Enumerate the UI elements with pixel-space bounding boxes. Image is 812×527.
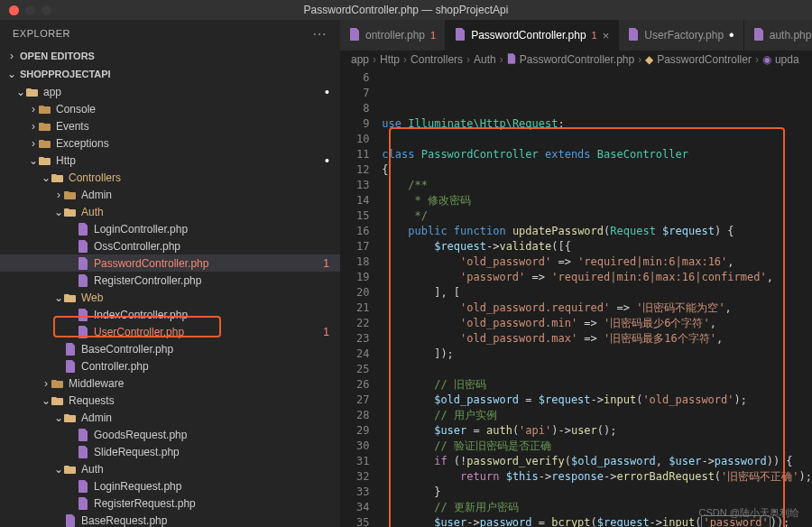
chevron-right-icon: ›: [7, 50, 16, 62]
code-line[interactable]: 'old_password.min' => '旧密码最少6个字符',: [382, 316, 812, 331]
tree-item[interactable]: ⌄Requests: [0, 392, 340, 409]
code-line[interactable]: class PasswordController extends BaseCon…: [382, 147, 812, 162]
breadcrumb-item[interactable]: upda: [775, 53, 799, 66]
editor-tab[interactable]: PasswordController.php1×: [446, 20, 619, 51]
error-count: 1: [323, 326, 329, 338]
tree-item[interactable]: ⌄Web: [0, 289, 340, 306]
code-line[interactable]: if (!password_verify($old_password, $use…: [382, 454, 812, 469]
tree-item[interactable]: ⌄app•: [0, 83, 340, 100]
tree-item-label: Requests: [69, 394, 115, 407]
tree-item[interactable]: GoodsRequest.php: [0, 426, 340, 443]
tree-item[interactable]: Controller.php: [0, 357, 340, 374]
breadcrumb-item[interactable]: Auth: [474, 53, 496, 66]
php-icon: [76, 445, 90, 459]
tree-item-label: Controllers: [69, 171, 121, 184]
folder-open-icon: [63, 205, 78, 219]
code-line[interactable]: // 用户实例: [382, 408, 812, 423]
tree-item[interactable]: ›Events: [0, 117, 340, 134]
tree-item[interactable]: ⌄Auth: [0, 203, 340, 220]
more-actions-icon[interactable]: ⋯: [312, 25, 328, 42]
code-line[interactable]: {: [382, 162, 812, 178]
code-line[interactable]: use Illuminate\Http\Request;: [382, 116, 812, 132]
project-section[interactable]: ⌄ SHOPPROJECTAPI: [0, 65, 340, 83]
code-line[interactable]: [382, 362, 812, 377]
line-number: 29: [340, 423, 369, 439]
code-line[interactable]: // 验证旧密码是否正确: [382, 439, 812, 454]
php-icon: [76, 496, 90, 511]
code-line[interactable]: $user = auth('api')->user();: [382, 423, 812, 439]
php-icon: [455, 28, 466, 43]
breadcrumb-item[interactable]: app: [351, 53, 369, 66]
breadcrumb-item[interactable]: Http: [380, 53, 400, 66]
line-number: 12: [340, 162, 369, 178]
tree-item[interactable]: ⌄Auth: [0, 460, 340, 477]
code-line[interactable]: ]);: [382, 347, 812, 362]
open-editors-section[interactable]: › OPEN EDITORS: [0, 47, 340, 65]
breadcrumb-item[interactable]: Controllers: [411, 53, 463, 66]
tree-item[interactable]: ⌄Controllers: [0, 169, 340, 186]
close-icon[interactable]: ×: [603, 29, 610, 42]
line-number: 24: [340, 347, 369, 362]
tree-item[interactable]: ›Console: [0, 100, 340, 117]
tree-item[interactable]: ›Middleware: [0, 374, 340, 392]
editor-tab[interactable]: ontroller.php1: [340, 20, 446, 51]
tree-item[interactable]: LoginController.php: [0, 220, 340, 237]
line-number: 13: [340, 178, 369, 193]
tree-item[interactable]: IndexController.php: [0, 306, 340, 323]
tree-item[interactable]: RegisterController.php: [0, 272, 340, 289]
code-line[interactable]: public function updatePassword(Request $…: [382, 224, 812, 239]
tree-item[interactable]: BaseRequest.php: [0, 512, 340, 527]
chevron-right-icon: ›: [54, 189, 63, 201]
modified-dot-icon: •: [729, 27, 734, 43]
editor-tab[interactable]: auth.php: [744, 20, 812, 51]
breadcrumb-item[interactable]: PasswordController.php: [520, 53, 634, 66]
tree-item[interactable]: SlideRequest.php: [0, 443, 340, 460]
tree-item[interactable]: ⌄Http•: [0, 152, 340, 169]
code-line[interactable]: 'old_password' => 'required|min:6|max:16…: [382, 254, 812, 270]
code-line[interactable]: $old_password = $request->input('old_pas…: [382, 393, 812, 408]
tree-item[interactable]: PasswordController.php1: [0, 254, 340, 272]
tree-item[interactable]: LoginRequest.php: [0, 477, 340, 495]
php-icon: [76, 239, 90, 254]
code-line[interactable]: */: [382, 208, 812, 224]
breadcrumb[interactable]: app›Http›Controllers›Auth›PasswordContro…: [340, 51, 812, 69]
tree-item-label: GoodsRequest.php: [94, 429, 187, 441]
breadcrumb-item[interactable]: PasswordController: [657, 53, 752, 66]
folder-open-icon: [63, 291, 78, 305]
code-line[interactable]: ], [: [382, 285, 812, 300]
code-line[interactable]: $request->validate([{: [382, 239, 812, 254]
tree-item[interactable]: BaseController.php: [0, 340, 340, 357]
php-icon: [349, 28, 360, 43]
code-line[interactable]: /**: [382, 178, 812, 193]
line-number: 35: [340, 515, 369, 527]
php-icon: [63, 513, 78, 528]
code-line[interactable]: return $this->response->errorBadRequest(…: [382, 469, 812, 485]
code-line[interactable]: // 旧密码: [382, 377, 812, 393]
php-icon: [76, 325, 90, 339]
folder-open-icon: [38, 153, 52, 168]
tree-item[interactable]: ⌄Admin: [0, 409, 340, 426]
method-icon: ◉: [762, 53, 771, 66]
tree-item[interactable]: OssController.php: [0, 237, 340, 254]
tree-item-label: app: [43, 86, 61, 98]
tree-item[interactable]: ›Exceptions: [0, 134, 340, 152]
tree-item[interactable]: ›Admin: [0, 186, 340, 203]
code-content[interactable]: use Illuminate\Http\Request; class Passw…: [382, 69, 812, 527]
chevron-right-icon: ›: [466, 53, 470, 66]
line-number: 31: [340, 454, 369, 469]
folder-open-icon: [51, 393, 65, 408]
line-gutter: 6789101112131415161718192021222324252627…: [340, 69, 382, 527]
code-line[interactable]: * 修改密码: [382, 193, 812, 208]
tree-item[interactable]: RegisterRequest.php: [0, 495, 340, 512]
code-area[interactable]: 6789101112131415161718192021222324252627…: [340, 69, 812, 527]
code-line[interactable]: 'password' => 'required|min:6|max:16|con…: [382, 270, 812, 285]
code-line[interactable]: 'old_password.max' => '旧密码最多16个字符',: [382, 331, 812, 347]
tree-item-label: Auth: [81, 463, 104, 476]
code-line[interactable]: }: [382, 485, 812, 500]
code-line[interactable]: 'old_password.required' => '旧密码不能为空',: [382, 300, 812, 316]
editor-tab[interactable]: UserFactory.php•: [619, 20, 743, 51]
tab-label: UserFactory.php: [644, 29, 724, 42]
tree-item[interactable]: UserController.php1: [0, 323, 340, 340]
chevron-down-icon: ⌄: [16, 86, 25, 98]
code-line[interactable]: [382, 132, 812, 147]
